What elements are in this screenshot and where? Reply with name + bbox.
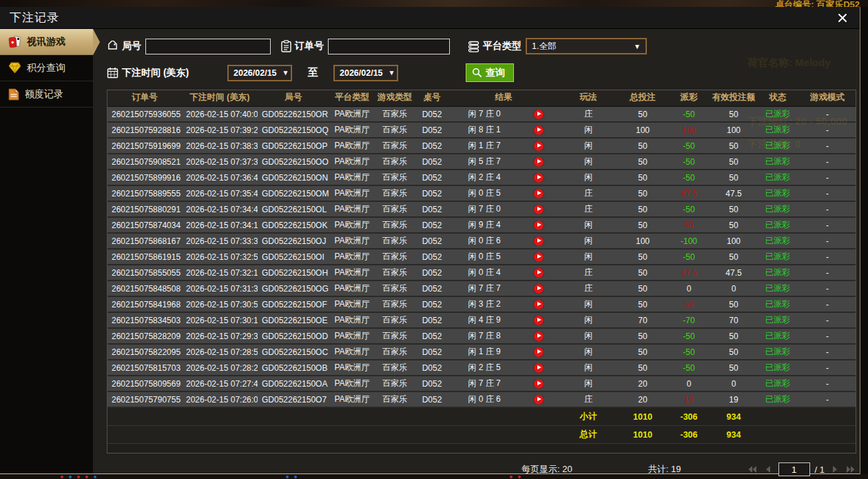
sidebar-item-points-query[interactable]: 积分查询 bbox=[0, 55, 93, 81]
video-replay-icon[interactable] bbox=[534, 221, 544, 230]
total-count-value: 19 bbox=[671, 464, 681, 474]
table-row: 2602150758681672026-02-15 07:33:34GD0522… bbox=[107, 234, 856, 249]
video-replay-icon[interactable] bbox=[534, 268, 544, 278]
platform-type-icon bbox=[468, 41, 479, 52]
video-replay-icon[interactable] bbox=[534, 363, 544, 373]
cell-order-number: 260215075899916 bbox=[107, 173, 182, 183]
prev-page-icon[interactable] bbox=[763, 465, 774, 474]
cell-round-number: GD052262150OI bbox=[258, 252, 329, 262]
cell-play-type: 闲 bbox=[558, 156, 619, 167]
cell-round-number: GD052262150O7 bbox=[258, 395, 329, 405]
video-replay-icon[interactable] bbox=[534, 252, 544, 262]
page-total-label: / 1 bbox=[815, 465, 825, 475]
subtotal-valid: 934 bbox=[711, 412, 756, 422]
cell-game-type: 百家乐 bbox=[375, 378, 415, 389]
round-input[interactable] bbox=[145, 39, 271, 54]
filter-row-2: 下注时间 (美东) 2026/02/15 ▼ 至 2026/02/15 ▼ bbox=[107, 63, 860, 82]
last-page-icon[interactable] bbox=[845, 465, 856, 474]
cell-bet-time: 2026-02-15 07:28:21 bbox=[182, 363, 258, 373]
background-right-strip bbox=[860, 7, 868, 474]
cell-result: 闲 1 庄 7 bbox=[449, 140, 519, 152]
video-replay-icon[interactable] bbox=[534, 125, 544, 135]
page-number-input[interactable] bbox=[778, 462, 810, 476]
cell-result: 闲 7 庄 7 bbox=[449, 283, 519, 294]
sidebar-item-video-games[interactable]: 视讯游戏 bbox=[0, 29, 93, 55]
cell-order-number: 260215075822095 bbox=[107, 347, 182, 357]
cell-status: 已派彩 bbox=[756, 235, 799, 247]
video-replay-icon[interactable] bbox=[534, 395, 544, 405]
cell-round-number: GD052262150OD bbox=[258, 332, 329, 341]
cell-status: 已派彩 bbox=[756, 283, 799, 294]
cell-game-mode: - bbox=[799, 125, 856, 135]
video-replay-icon[interactable] bbox=[534, 110, 544, 119]
video-replay-icon[interactable] bbox=[534, 300, 544, 309]
replay-cell bbox=[519, 395, 558, 405]
video-replay-icon[interactable] bbox=[534, 284, 544, 294]
close-icon[interactable] bbox=[835, 10, 850, 26]
cell-table-number: D052 bbox=[415, 395, 449, 405]
cell-play-type: 闲 bbox=[558, 346, 619, 358]
order-input[interactable] bbox=[328, 39, 450, 54]
cell-total-bet: 50 bbox=[619, 189, 667, 198]
cell-order-number: 260215075928816 bbox=[107, 125, 182, 135]
cell-valid-bet: 50 bbox=[711, 157, 756, 167]
cell-result: 闲 0 庄 6 bbox=[449, 394, 519, 405]
replay-cell bbox=[519, 268, 558, 278]
cell-bet-time: 2026-02-15 07:31:38 bbox=[182, 284, 258, 294]
query-button[interactable]: 查询 bbox=[466, 63, 514, 82]
cell-payout: -70 bbox=[667, 316, 711, 325]
table-row: 2602150758345032026-02-15 07:30:12GD0522… bbox=[107, 313, 856, 329]
cell-payout: -100 bbox=[667, 236, 711, 246]
cell-total-bet: 20 bbox=[619, 379, 667, 389]
sidebar-item-quota-records[interactable]: 额度记录 bbox=[0, 81, 93, 108]
video-replay-icon[interactable] bbox=[534, 157, 544, 167]
cell-play-type: 庄 bbox=[558, 108, 619, 120]
cell-payout: -50 bbox=[667, 332, 711, 341]
cell-total-bet: 50 bbox=[619, 300, 667, 309]
cell-order-number: 260215075790755 bbox=[107, 395, 182, 405]
cell-status: 已派彩 bbox=[756, 330, 799, 342]
video-replay-icon[interactable] bbox=[534, 347, 544, 357]
cell-payout: 0 bbox=[667, 284, 711, 294]
video-replay-icon[interactable] bbox=[534, 379, 544, 389]
cell-bet-time: 2026-02-15 07:33:34 bbox=[182, 236, 258, 246]
video-replay-icon[interactable] bbox=[534, 205, 544, 214]
table-row: 2602150758095692026-02-15 07:27:46GD0522… bbox=[107, 376, 856, 392]
next-page-icon[interactable] bbox=[829, 465, 840, 474]
cell-valid-bet: 50 bbox=[711, 205, 756, 214]
video-replay-icon[interactable] bbox=[534, 236, 544, 246]
cell-result: 闲 0 庄 5 bbox=[449, 251, 519, 263]
date-to-select[interactable]: 2026/02/15 ▼ bbox=[333, 65, 398, 81]
platform-select[interactable]: 1.全部 ▼ bbox=[526, 38, 647, 54]
col-header: 结果 bbox=[449, 92, 558, 103]
cell-total-bet: 50 bbox=[619, 173, 667, 183]
replay-cell bbox=[519, 189, 558, 198]
table-row: 2602150758282092026-02-15 07:29:34GD0522… bbox=[107, 329, 856, 345]
platform-selected-value: 1.全部 bbox=[532, 41, 556, 52]
background-fragment bbox=[94, 476, 96, 478]
cell-result: 闲 2 庄 5 bbox=[449, 362, 519, 374]
cell-result: 闲 2 庄 4 bbox=[449, 172, 519, 183]
platform-label: 平台类型 bbox=[483, 40, 521, 52]
cell-game-mode: - bbox=[799, 379, 856, 389]
video-replay-icon[interactable] bbox=[534, 332, 544, 341]
cell-game-type: 百家乐 bbox=[375, 108, 415, 120]
cell-table-number: D052 bbox=[415, 236, 449, 246]
video-replay-icon[interactable] bbox=[534, 173, 544, 183]
cell-status: 已派彩 bbox=[756, 203, 799, 215]
cell-platform-type: PA欧洲厅 bbox=[329, 330, 375, 342]
cell-game-mode: - bbox=[799, 189, 856, 198]
cell-status: 已派彩 bbox=[756, 187, 799, 199]
video-replay-icon[interactable] bbox=[534, 189, 544, 198]
video-replay-icon[interactable] bbox=[534, 316, 544, 325]
video-replay-icon[interactable] bbox=[534, 141, 544, 151]
cell-valid-bet: 50 bbox=[711, 173, 756, 183]
col-header: 总投注 bbox=[619, 92, 667, 103]
cell-table-number: D052 bbox=[415, 252, 449, 262]
cell-bet-time: 2026-02-15 07:28:59 bbox=[182, 347, 258, 357]
col-header: 下注时间 (美东) bbox=[182, 92, 258, 103]
date-from-select[interactable]: 2026/02/15 ▼ bbox=[227, 65, 292, 81]
cell-table-number: D052 bbox=[415, 300, 449, 309]
first-page-icon[interactable] bbox=[747, 465, 758, 474]
cell-result: 闲 0 庄 6 bbox=[449, 235, 519, 247]
